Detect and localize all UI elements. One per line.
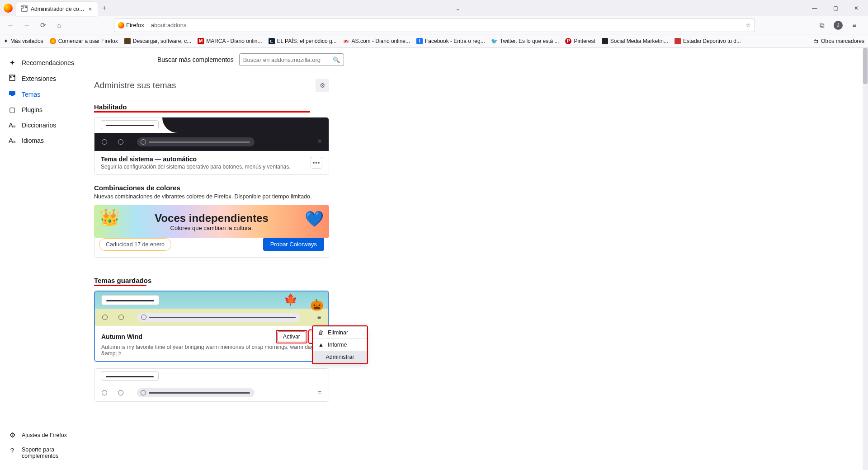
reload-button[interactable]: ⟳ [36,19,50,32]
theme-description: Autumn is my favorite time of year bring… [101,344,322,357]
home-button[interactable]: ⌂ [52,19,66,32]
browser-tab[interactable]: Administrador de complement ✕ [16,2,98,16]
theme-title: Tema del sistema — automático [101,155,291,163]
banner-title: Voces independientes [155,212,269,225]
hamburger-icon: ≡ [317,314,321,321]
page-title: Administre sus temas [94,80,176,90]
theme-card-light[interactable]: ≡ [94,368,329,402]
bookmark-item[interactable]: Descargar, software, c... [124,38,191,44]
other-bookmarks[interactable]: 🗀Otros marcadores [813,38,864,44]
favicon-icon: f [416,38,423,44]
favicon-icon: P [565,38,571,44]
bookmark-item[interactable]: Estadio Deportivo tu d... [675,38,741,44]
crown-icon: 👑 [99,208,120,227]
scrollbar-thumb[interactable] [863,48,868,84]
bookmark-item[interactable]: asAS.com - Diario online... [343,38,410,44]
theme-more-button[interactable]: ••• [311,157,322,169]
identity-label: Firefox [126,22,144,28]
heart-icon: 💙 [305,210,324,228]
bookmark-item[interactable]: 🐦Twitter. Es lo que está ... [491,38,559,44]
banner-subtitle: Colores que cambian la cultura. [155,225,269,231]
favicon-icon [124,38,131,44]
sidebar-item-themes[interactable]: Temas [4,86,90,102]
favicon-icon [675,38,681,44]
tabs-dropdown-icon[interactable]: ⌄ [449,5,467,12]
bookmark-item[interactable]: Comenzar a usar Firefox [50,38,118,44]
bookmark-star-icon[interactable]: ☆ [745,22,751,28]
page-settings-button[interactable]: ⚙ [316,79,329,92]
sidebar-item-extensions[interactable]: Extensiones [4,70,90,86]
close-tab-icon[interactable]: ✕ [87,5,93,13]
bookmarks-toolbar: ✦Más visitados Comenzar a usar Firefox D… [0,34,868,48]
search-label: Buscar más complementos [157,56,234,63]
navigation-toolbar: ← → ⟳ ⌂ Firefox about:addons ☆ ⧉ J ≡ [0,16,868,34]
close-window-button[interactable]: ✕ [846,1,866,15]
theme-preview: 🍁 🎃 ≡ [95,291,328,326]
bookmark-item[interactable]: MMARCA - Diario onlin... [198,38,262,44]
sparkle-icon: ✦ [8,59,16,67]
colorways-heading: Combinaciones de colores [94,184,429,192]
save-pocket-icon[interactable]: ⧉ [816,19,828,32]
addon-search-input[interactable]: Buscar en addons.mozilla.org 🔍 [239,53,344,66]
plugin-icon: ▢ [8,106,16,114]
favicon-icon [602,38,608,44]
search-placeholder: Buscar en addons.mozilla.org [243,56,321,63]
leaf-icon: 🍁 [284,293,297,306]
theme-context-menu: 🗑Eliminar ▲Informe Administrar [313,326,367,363]
theme-preview: ≡ [94,118,329,151]
firefox-logo-icon [4,4,13,13]
bookmark-item[interactable]: PPinterest [565,38,595,44]
brush-icon [8,90,16,99]
sidebar-item-languages[interactable]: AₐIdiomas [4,133,90,148]
menu-item-report[interactable]: ▲Informe [313,339,367,351]
activate-button[interactable]: Activar [277,331,306,342]
maximize-button[interactable]: ▢ [826,1,845,15]
language-icon: Aₐ [8,136,16,145]
addon-icon [21,5,28,14]
help-icon: ? [8,446,16,454]
favicon-icon: E [269,38,275,44]
app-menu-button[interactable]: ≡ [848,19,861,32]
pumpkin-icon: 🎃 [310,299,324,311]
account-button[interactable]: J [832,19,844,32]
annotation-highlight: 🗑Eliminar ▲Informe Administrar [313,326,367,363]
sidebar-firefox-settings[interactable]: ⚙Ajustes de Firefox [4,428,90,443]
favicon-icon: 🐦 [491,38,498,44]
new-tab-button[interactable]: + [98,4,111,12]
annotation-underline [94,111,310,113]
menu-item-manage[interactable]: Administrar [313,351,367,363]
theme-card-autumn[interactable]: 🍁 🎃 ≡ Autumn Wind Activar [94,291,329,362]
warning-icon: ▲ [318,342,324,348]
hamburger-icon: ≡ [318,138,321,146]
annotation-highlight: Activar [277,331,307,343]
most-visited-icon: ✦ [4,38,8,44]
sidebar-addons-support[interactable]: ?Soporte para complementos [4,443,90,463]
back-button[interactable]: ← [4,19,17,32]
forward-button[interactable]: → [20,19,33,32]
scrollbar[interactable] [863,48,868,470]
svg-rect-0 [9,91,15,95]
favicon-icon [50,38,56,44]
minimize-button[interactable]: — [805,1,825,15]
bookmark-most-visited[interactable]: ✦Más visitados [4,38,43,44]
annotation-underline [94,285,146,286]
url-bar[interactable]: Firefox about:addons ☆ [114,19,755,32]
bookmark-item[interactable]: Social Media Marketin... [602,38,668,44]
svg-rect-1 [11,95,14,96]
saved-themes-heading: Temas guardados [94,266,429,286]
theme-card-system[interactable]: ≡ Tema del sistema — automático Seguir l… [94,117,329,175]
bookmark-item[interactable]: EEL PAÍS: el periódico g... [269,38,337,44]
avatar-icon: J [834,21,843,30]
menu-item-delete[interactable]: 🗑Eliminar [313,327,367,338]
search-icon: 🔍 [333,56,340,63]
sidebar-item-dictionaries[interactable]: AₐDiccionarios [4,118,90,133]
gear-icon: ⚙ [8,431,16,439]
try-colorways-button[interactable]: Probar Colorways [263,238,324,251]
puzzle-icon [8,74,16,83]
theme-preview: ≡ [94,369,329,401]
tab-title: Administrador de complement [31,6,85,12]
sidebar-item-plugins[interactable]: ▢Plugins [4,102,90,118]
sidebar-item-recommendations[interactable]: ✦Recomendaciones [4,55,90,70]
bookmark-item[interactable]: fFacebook - Entra o reg... [416,38,485,44]
colorways-banner: 👑 Voces independientes Colores que cambi… [94,205,329,238]
